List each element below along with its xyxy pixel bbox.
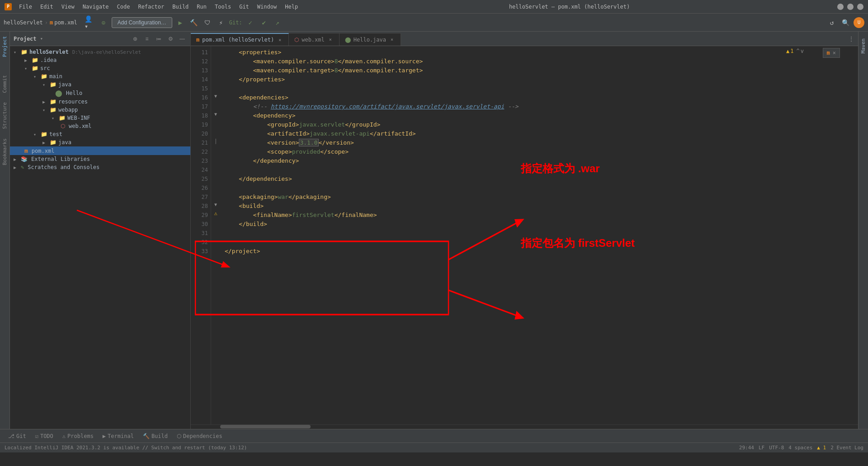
tree-java-main[interactable]: ▾ 📁 java [10,80,190,89]
menu-tools[interactable]: Tools [211,3,235,11]
breadcrumb-project[interactable]: helloServlet [4,19,43,26]
maven-close[interactable]: × [833,50,836,56]
menu-git[interactable]: Git [236,3,253,11]
menu-code[interactable]: Code [113,3,134,11]
maximize-button[interactable] [847,4,854,10]
tree-main-label: main [49,73,62,80]
code-line-32 [225,238,854,247]
tree-pom-xml[interactable]: m pom.xml [10,146,190,155]
bookmarks-tab[interactable]: Bookmarks [0,134,9,170]
git-checkmark-icon[interactable]: ✓ [245,17,256,28]
profile-button[interactable]: ⚡ [216,17,226,28]
warning-nav-up[interactable]: ^ [797,48,800,54]
tab-pom-close[interactable]: × [277,37,283,43]
tree-webapp[interactable]: ▾ 📁 webapp [10,106,190,114]
tab-more-button[interactable]: ⋮ [844,35,858,42]
commit-tab[interactable]: Commit [0,71,9,98]
status-charset[interactable]: UTF-8 [769,445,784,451]
menu-run[interactable]: Run [193,3,210,11]
panel-close-button[interactable]: — [178,34,187,43]
undo-button[interactable]: ↺ [826,17,837,28]
tab-hello-close[interactable]: × [389,37,395,43]
tree-webinf[interactable]: ▾ 📁 WEB-INF [10,114,190,122]
target-icon[interactable]: ⊙ [98,17,109,28]
project-tab[interactable]: Project [0,32,9,61]
tree-arrow-resources: ▶ [42,99,48,104]
maven-tab[interactable]: Maven [859,34,868,58]
scratches-icon: ✎ [21,164,24,170]
git-arrow-icon[interactable]: ↗ [272,17,283,28]
git-check2-icon[interactable]: ✔ [259,17,269,28]
terminal-btn[interactable]: ▶ Terminal [99,432,137,440]
tree-arrow-java-main: ▾ [42,82,48,87]
coverage-button[interactable]: 🛡 [202,17,213,28]
tree-arrow-java-test: ▶ [42,140,48,145]
tree-test[interactable]: ▾ 📁 test [10,130,190,138]
tree-main[interactable]: ▾ 📁 main [10,72,190,80]
code-line-28: <build> [225,202,854,211]
warning-indicator[interactable]: ▲ 1 ^ v [786,48,804,54]
dependencies-btn[interactable]: ⬡ Dependencies [173,432,226,440]
panel-settings-button[interactable]: ⚙ [166,34,175,43]
panel-title: Project [14,36,37,42]
panel-expand-button[interactable]: ≡ [142,34,151,43]
user-avatar[interactable]: U [854,17,864,28]
tab-hello-java[interactable]: ⬤ Hello.java × [340,33,401,46]
code-editor[interactable]: 11 12 13 14 15 16 17 18 19 20 21 22 23 2… [191,46,858,424]
code-line-16: <dependencies> [225,93,854,102]
webapp-folder-icon: 📁 [50,107,57,113]
panel-collapse-button[interactable]: ≔ [154,34,163,43]
event-log[interactable]: 2 Event Log [830,445,863,451]
warning-nav-down[interactable]: v [801,48,804,54]
breadcrumb-file[interactable]: m pom.xml [50,19,77,26]
build-button[interactable]: 🔨 [189,17,199,28]
panel-locate-button[interactable]: ⊕ [131,34,140,43]
add-configuration-button[interactable]: Add Configuration… [112,17,172,28]
run-button[interactable]: ▶ [175,17,186,28]
tree-root[interactable]: ▾ 📁 helloServlet D:\java-ee\helloServlet [10,48,190,56]
notification-text: Localized IntelliJ IDEA 2021.3.2 is avai… [5,445,247,451]
code-line-18: <dependency> [225,111,854,120]
panel-dropdown[interactable]: ▾ [40,36,43,42]
structure-tab[interactable]: Structure [0,98,9,134]
status-encoding[interactable]: LF [759,445,764,451]
menu-window[interactable]: Window [254,3,280,11]
tree-resources[interactable]: ▶ 📁 resources [10,98,190,106]
tree-scratches[interactable]: ▶ ✎ Scratches and Consoles [10,163,190,171]
git-bottom-btn[interactable]: ⎇ Git [5,432,30,440]
main-folder-icon: 📁 [41,73,47,80]
menu-edit[interactable]: Edit [37,3,57,11]
code-line-23: </dependency> [225,156,854,165]
maven-popup[interactable]: m × [823,48,840,58]
tree-src[interactable]: ▾ 📁 src [10,64,190,72]
tree-idea[interactable]: ▶ 📁 .idea [10,56,190,64]
tree-web-xml-label: web.xml [69,123,92,129]
status-warning[interactable]: ▲ 1 [817,445,826,451]
code-content[interactable]: <properties> <maven.compiler.source>8</m… [220,46,858,424]
tab-pom-xml[interactable]: m pom.xml (helloServlet) × [191,33,289,46]
menu-file[interactable]: File [15,3,36,11]
menu-build[interactable]: Build [169,3,192,11]
tree-external-libraries[interactable]: ▶ 📚 External Libraries [10,155,190,163]
status-bar: Localized IntelliJ IDEA 2021.3.2 is avai… [0,442,868,452]
dependencies-label: Dependencies [183,433,222,439]
horizontal-scrollbar[interactable] [191,424,858,429]
todo-btn[interactable]: ☑ TODO [32,432,57,440]
tree-pom-label: pom.xml [32,148,55,154]
menu-refactor[interactable]: Refactor [134,3,168,11]
menu-view[interactable]: View [58,3,78,11]
search-button[interactable]: 🔍 [840,17,851,28]
menu-navigate[interactable]: Navigate [79,3,113,11]
tree-java-test[interactable]: ▶ 📁 java [10,138,190,146]
problems-btn[interactable]: ⚠ Problems [59,432,97,440]
panel-header: Project ▾ ⊕ ≡ ≔ ⚙ — [10,32,190,46]
user-icon[interactable]: 👤▾ [85,17,95,28]
minimize-button[interactable] [837,4,844,10]
build-btn[interactable]: 🔨 Build [139,432,171,440]
close-button[interactable] [857,4,863,10]
tree-web-xml[interactable]: ⬡ web.xml [10,122,190,130]
tab-web-xml[interactable]: ⬡ web.xml × [289,33,340,46]
tree-hello-java[interactable]: ⬤ Hello [10,89,190,98]
menu-help[interactable]: Help [281,3,302,11]
tab-web-close[interactable]: × [327,37,334,43]
